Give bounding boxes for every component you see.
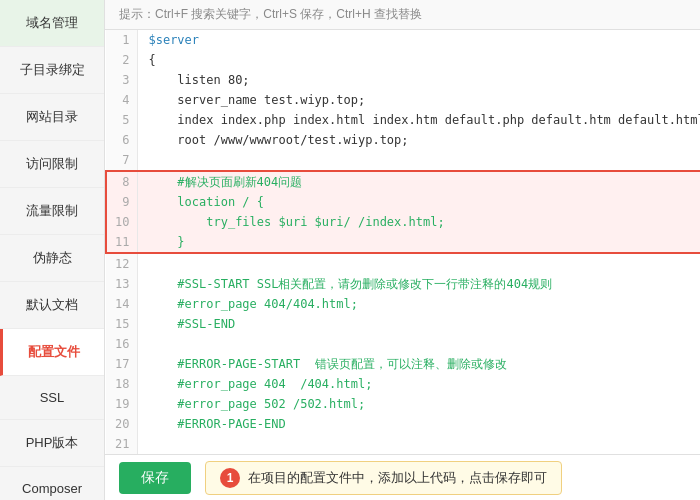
- sidebar-item-config-file[interactable]: 配置文件: [0, 329, 104, 376]
- line-code: #ERROR-PAGE-START 错误页配置，可以注释、删除或修改: [138, 354, 700, 374]
- line-code: [138, 253, 700, 274]
- tip-text: 在项目的配置文件中，添加以上代码，点击保存即可: [248, 469, 547, 487]
- line-number: 7: [106, 150, 138, 171]
- line-number: 18: [106, 374, 138, 394]
- line-code: $server: [138, 30, 700, 50]
- line-code: listen 80;: [138, 70, 700, 90]
- sidebar-item-pseudo-static[interactable]: 伪静态: [0, 235, 104, 282]
- line-code: root /www/wwwroot/test.wiyp.top;: [138, 130, 700, 150]
- line-number: 10: [106, 212, 138, 232]
- table-row: 19 #error_page 502 /502.html;: [106, 394, 700, 414]
- sidebar-item-access-limit[interactable]: 访问限制: [0, 141, 104, 188]
- line-number: 2: [106, 50, 138, 70]
- sidebar: 域名管理 子目录绑定 网站目录 访问限制 流量限制 伪静态 默认文档 配置文件 …: [0, 0, 105, 500]
- line-code: #error_page 404/404.html;: [138, 294, 700, 314]
- sidebar-item-default-doc[interactable]: 默认文档: [0, 282, 104, 329]
- sidebar-item-website-dir[interactable]: 网站目录: [0, 94, 104, 141]
- table-row: 21: [106, 434, 700, 454]
- table-row: 7: [106, 150, 700, 171]
- table-row: 14 #error_page 404/404.html;: [106, 294, 700, 314]
- line-code: #error_page 502 /502.html;: [138, 394, 700, 414]
- line-code: server_name test.wiyp.top;: [138, 90, 700, 110]
- line-number: 5: [106, 110, 138, 130]
- line-number: 6: [106, 130, 138, 150]
- table-row: 1$server: [106, 30, 700, 50]
- bottom-bar: 保存 1 在项目的配置文件中，添加以上代码，点击保存即可: [105, 454, 700, 500]
- line-code: #ERROR-PAGE-END: [138, 414, 700, 434]
- sidebar-item-subdirectory[interactable]: 子目录绑定: [0, 47, 104, 94]
- table-row: 9 location / {: [106, 192, 700, 212]
- table-row: 13 #SSL-START SSL相关配置，请勿删除或修改下一行带注释的404规…: [106, 274, 700, 294]
- tip-box: 1 在项目的配置文件中，添加以上代码，点击保存即可: [205, 461, 562, 495]
- line-code: {: [138, 50, 700, 70]
- table-row: 3 listen 80;: [106, 70, 700, 90]
- line-number: 1: [106, 30, 138, 50]
- table-row: 16: [106, 334, 700, 354]
- line-code: #SSL-END: [138, 314, 700, 334]
- table-row: 5 index index.php index.html index.htm d…: [106, 110, 700, 130]
- sidebar-item-composer[interactable]: Composer: [0, 467, 104, 500]
- table-row: 11 }: [106, 232, 700, 253]
- table-row: 6 root /www/wwwroot/test.wiyp.top;: [106, 130, 700, 150]
- table-row: 15 #SSL-END: [106, 314, 700, 334]
- line-number: 13: [106, 274, 138, 294]
- line-number: 19: [106, 394, 138, 414]
- sidebar-item-php-version[interactable]: PHP版本: [0, 420, 104, 467]
- tip-number: 1: [220, 468, 240, 488]
- line-number: 9: [106, 192, 138, 212]
- line-code: try_files $uri $uri/ /index.html;: [138, 212, 700, 232]
- table-row: 2{: [106, 50, 700, 70]
- line-number: 16: [106, 334, 138, 354]
- line-number: 14: [106, 294, 138, 314]
- line-code: [138, 150, 700, 171]
- line-code: location / {: [138, 192, 700, 212]
- line-number: 8: [106, 171, 138, 192]
- save-button[interactable]: 保存: [119, 462, 191, 494]
- line-number: 12: [106, 253, 138, 274]
- code-editor[interactable]: 1$server2{3 listen 80;4 server_name test…: [105, 30, 700, 454]
- table-row: 12: [106, 253, 700, 274]
- line-code: [138, 434, 700, 454]
- code-table: 1$server2{3 listen 80;4 server_name test…: [105, 30, 700, 454]
- sidebar-item-domain[interactable]: 域名管理: [0, 0, 104, 47]
- sidebar-item-traffic-limit[interactable]: 流量限制: [0, 188, 104, 235]
- line-number: 3: [106, 70, 138, 90]
- line-number: 17: [106, 354, 138, 374]
- line-code: #SSL-START SSL相关配置，请勿删除或修改下一行带注释的404规则: [138, 274, 700, 294]
- table-row: 8 #解决页面刷新404问题: [106, 171, 700, 192]
- hint-bar: 提示：Ctrl+F 搜索关键字，Ctrl+S 保存，Ctrl+H 查找替换: [105, 0, 700, 30]
- line-code: #error_page 404 /404.html;: [138, 374, 700, 394]
- table-row: 18 #error_page 404 /404.html;: [106, 374, 700, 394]
- line-code: index index.php index.html index.htm def…: [138, 110, 700, 130]
- line-code: }: [138, 232, 700, 253]
- table-row: 20 #ERROR-PAGE-END: [106, 414, 700, 434]
- line-code: [138, 334, 700, 354]
- main-area: 提示：Ctrl+F 搜索关键字，Ctrl+S 保存，Ctrl+H 查找替换 1$…: [105, 0, 700, 500]
- line-number: 21: [106, 434, 138, 454]
- line-code: #解决页面刷新404问题: [138, 171, 700, 192]
- line-number: 4: [106, 90, 138, 110]
- table-row: 17 #ERROR-PAGE-START 错误页配置，可以注释、删除或修改: [106, 354, 700, 374]
- line-number: 20: [106, 414, 138, 434]
- line-number: 15: [106, 314, 138, 334]
- table-row: 4 server_name test.wiyp.top;: [106, 90, 700, 110]
- line-number: 11: [106, 232, 138, 253]
- table-row: 10 try_files $uri $uri/ /index.html;: [106, 212, 700, 232]
- hint-text: 提示：Ctrl+F 搜索关键字，Ctrl+S 保存，Ctrl+H 查找替换: [119, 7, 422, 21]
- sidebar-item-ssl[interactable]: SSL: [0, 376, 104, 420]
